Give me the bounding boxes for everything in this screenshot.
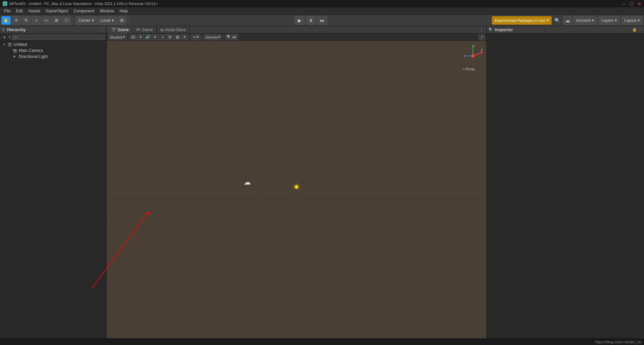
play-button[interactable]: ▶ [294, 16, 305, 25]
close-btn[interactable]: ✕ [638, 1, 641, 6]
game-tab-label: Game [142, 27, 153, 32]
cloud-btn[interactable]: ☁ [563, 16, 572, 25]
lighting-btn[interactable]: ☀ [137, 34, 144, 40]
gizmo-widget[interactable]: y z x < Persp [463, 44, 483, 71]
layers-dropdown[interactable]: Layers ▾ [598, 16, 620, 25]
camera-icon: 📷 [13, 49, 17, 53]
menu-help[interactable]: Help [117, 7, 130, 14]
inspector-lock-btn[interactable]: 🔓 [632, 27, 637, 32]
toolbar-sep-2 [129, 17, 129, 24]
scene-toolbar: Shaded ▾ 2D ☀ 🔊 ✦ 0 ⊞ ▨ ✕ ▭ ▾ Gizmos ▾ [107, 33, 486, 41]
audio-btn[interactable]: 🔊 [145, 34, 151, 40]
game-tab-icon: 🎮 [136, 27, 141, 32]
resolution-arrow: ▾ [197, 35, 199, 39]
search-btn[interactable]: 🔍 [553, 16, 562, 25]
hierarchy-add-btn[interactable]: + [1, 34, 7, 40]
scale-tool-btn[interactable]: ⤢ [32, 16, 41, 25]
toolbar-right: Experimental Packages In Use ▾ 🔍 ☁ Accou… [492, 16, 643, 25]
svg-text:y: y [474, 44, 475, 47]
scene-extra-btn1[interactable]: ▨ [174, 34, 181, 40]
rect-tool-btn[interactable]: ▭ [42, 16, 51, 25]
gizmos-arrow: ▾ [218, 35, 220, 39]
window-title: ARTest03 - Untitled - PC, Mac & Linux St… [9, 2, 158, 6]
menu-component[interactable]: Component [71, 7, 97, 14]
maximize-scene-btn[interactable]: ⤢ [478, 34, 485, 40]
resolution-dropdown[interactable]: ▭ ▾ [191, 34, 201, 40]
menu-bar: File Edit Assets GameObject Component Wi… [0, 7, 644, 15]
step-button[interactable]: ⏭ [317, 16, 327, 25]
menu-file[interactable]: File [1, 7, 13, 14]
rotate-tool-btn[interactable]: ↻ [21, 16, 31, 25]
account-arrow: ▾ [592, 18, 594, 23]
scene-root-item[interactable]: ▼ 🎬 Untitled [0, 42, 106, 48]
account-dropdown[interactable]: Account ▾ [573, 16, 597, 25]
pause-button[interactable]: ⏸ [306, 16, 316, 25]
persp-label: < Persp [463, 67, 475, 71]
asset-store-tab[interactable]: 🛍 Asset Store [157, 26, 190, 33]
scene-viewport[interactable]: ☁ y z x < Persp [107, 41, 486, 345]
2d-btn[interactable]: 2D [130, 34, 137, 40]
search-scene[interactable]: 🔍 All [225, 34, 238, 40]
menu-assets[interactable]: Assets [25, 7, 43, 14]
inspector-panel: 🔍 Inspector 🔓 ⋮ [486, 26, 644, 345]
hierarchy-tree: ▼ 🎬 Untitled 📷 Main Camera ☀ Directional… [0, 41, 106, 345]
layers-arrow: ▾ [615, 18, 617, 23]
space-dropdown[interactable]: Local ▾ [98, 16, 117, 25]
pivot-dropdown[interactable]: Center ▾ [75, 16, 97, 25]
overlay-btn[interactable]: 0 [159, 34, 166, 40]
menu-gameobject[interactable]: GameObject [43, 7, 71, 14]
svg-line-4 [251, 193, 277, 345]
menu-window[interactable]: Window [97, 7, 117, 14]
resolution-icon: ▭ [193, 35, 196, 39]
transform-tool-btn[interactable]: ⊞ [52, 16, 61, 25]
search-scene-icon: 🔍 [227, 35, 231, 39]
dir-light-item[interactable]: ☀ Directional Light [0, 54, 106, 60]
hierarchy-options[interactable]: ⋮ [100, 27, 104, 32]
effects-btn[interactable]: ✦ [152, 34, 159, 40]
grid-btn[interactable]: ⊞ [117, 16, 127, 25]
game-tab[interactable]: 🎮 Game [132, 26, 157, 33]
scene-tabs-more[interactable]: ⋮ [478, 27, 485, 32]
scene-toolbar-right: ⤢ [478, 34, 485, 40]
svg-line-3 [334, 193, 372, 345]
scene-tab-label: Scene [117, 27, 129, 32]
asset-store-icon: 🛍 [160, 28, 164, 32]
2d-label: 2D [131, 35, 136, 39]
maximize-btn[interactable]: ☐ [630, 1, 634, 6]
main-camera-item[interactable]: 📷 Main Camera [0, 48, 106, 54]
scene-sep-1 [128, 34, 128, 40]
scene-extra-btn2[interactable]: ✕ [181, 34, 188, 40]
scene-arrow: ▼ [3, 43, 7, 46]
move-tool-btn[interactable]: ✛ [11, 16, 21, 25]
pivot-arrow: ▾ [92, 18, 94, 23]
svg-text:z: z [481, 48, 483, 52]
hier-arrow: ▾ [9, 35, 10, 39]
scene-sep-4 [223, 34, 224, 40]
layout-dropdown[interactable]: Layout ▾ [621, 16, 643, 25]
space-arrow: ▾ [112, 18, 114, 23]
svg-line-2 [221, 193, 259, 345]
custom-tool-btn[interactable]: ⬡ [62, 16, 71, 25]
shading-dropdown[interactable]: Shaded ▾ [108, 34, 127, 40]
layout-arrow: ▾ [638, 18, 640, 23]
hierarchy-panel: ☰ Hierarchy ⋮ + ▾ ▼ 🎬 Untitled 📷 Main Ca… [0, 26, 107, 345]
menu-edit[interactable]: Edit [13, 7, 25, 14]
scene-tab[interactable]: 🎬 Scene [108, 26, 132, 33]
status-url: https://blog.csdn.net/abn_dx [595, 340, 641, 344]
exp-packages-arrow: ▾ [547, 18, 549, 22]
exp-packages-btn[interactable]: Experimental Packages In Use ▾ [492, 16, 551, 25]
shading-arrow: ▾ [123, 35, 125, 39]
hierarchy-search[interactable] [12, 34, 105, 40]
grid-scene-btn[interactable]: ⊞ [167, 34, 173, 40]
exp-packages-label: Experimental Packages In Use [495, 18, 545, 22]
account-label: Account [576, 18, 591, 23]
svg-marker-19 [481, 51, 483, 54]
inspector-options-btn[interactable]: ⋮ [638, 27, 642, 32]
gizmos-label: Gizmos [205, 35, 218, 39]
gizmos-dropdown[interactable]: Gizmos ▾ [204, 34, 222, 40]
minimize-btn[interactable]: ─ [623, 1, 626, 6]
space-label: Local [101, 18, 110, 23]
svg-line-13 [107, 193, 297, 299]
hand-tool-btn[interactable]: ✋ [1, 16, 11, 25]
svg-line-5 [316, 193, 342, 345]
